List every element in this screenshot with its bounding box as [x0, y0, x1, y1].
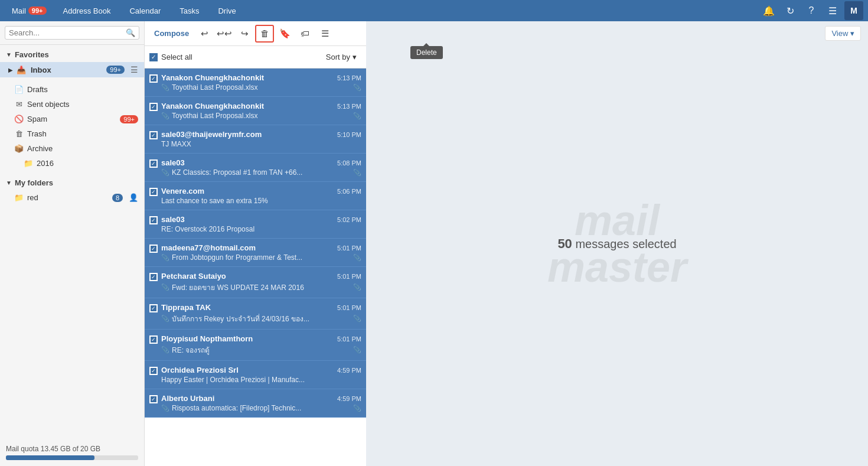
- email-time: 4:59 PM: [337, 367, 361, 374]
- toolbar: Compose ↩ ↩↩ ↪ 🗑 🔖 🏷 ☰ Delete: [145, 21, 366, 46]
- reply-all-button[interactable]: ↩↩: [215, 25, 234, 43]
- top-navigation: Mail 99+ Address Book Calendar Tasks Dri…: [0, 0, 868, 21]
- attachment-icon: 📎: [161, 169, 169, 177]
- email-item[interactable]: ✓Alberto Urbani4:59 PM📎Risposta automati…: [145, 389, 366, 418]
- email-checkbox[interactable]: ✓: [149, 131, 158, 139]
- refresh-icon[interactable]: ↻: [781, 1, 800, 20]
- forward-button[interactable]: ↪: [235, 25, 254, 43]
- email-content: sale035:08 PM📎KZ Classics: Proposal #1 f…: [161, 158, 361, 177]
- email-time: 5:01 PM: [337, 304, 361, 311]
- select-all-control[interactable]: ✓ Select all: [149, 53, 192, 61]
- favorites-header[interactable]: ▼ Favorites: [0, 47, 144, 62]
- sent-label: Sent objects: [27, 100, 138, 109]
- email-subject: Fwd: ยอดขาย WS UPDATE 24 MAR 2016: [172, 282, 351, 293]
- sidebar-item-spam[interactable]: 🚫 Spam 99+: [0, 112, 144, 126]
- sidebar-item-drafts[interactable]: 📄 Drafts: [0, 82, 144, 97]
- sort-button[interactable]: Sort by ▾: [321, 50, 361, 64]
- email-content: Yanakon Chuengkhachonkit5:13 PM📎Toyothai…: [161, 73, 361, 92]
- email-checkbox[interactable]: ✓: [149, 335, 158, 344]
- email-item[interactable]: ✓Yanakon Chuengkhachonkit5:13 PM📎Toyotha…: [145, 97, 366, 125]
- email-checkbox[interactable]: ✓: [149, 395, 158, 403]
- email-time: 5:02 PM: [337, 216, 361, 223]
- email-checkbox[interactable]: ✓: [149, 188, 158, 196]
- quota-title: Mail quota: [6, 445, 38, 453]
- sidebar-item-trash[interactable]: 🗑 Trash: [0, 126, 144, 141]
- select-all-checkbox[interactable]: ✓: [149, 53, 158, 61]
- email-sender: madeena77@hotmail.com: [161, 243, 256, 252]
- drafts-icon: 📄: [14, 85, 24, 94]
- nav-calendar[interactable]: Calendar: [120, 0, 170, 21]
- email-content: Ploypisud Nopthamthorn5:01 PM📎RE: จองรถด…: [161, 334, 361, 356]
- nav-mail[interactable]: Mail 99+: [5, 0, 54, 21]
- sidebar-item-archive[interactable]: 📦 Archive: [0, 141, 144, 156]
- red-folder-icon: 📁: [14, 193, 24, 202]
- nav-tasks[interactable]: Tasks: [170, 0, 208, 21]
- email-checkbox[interactable]: ✓: [149, 216, 158, 224]
- email-checkbox[interactable]: ✓: [149, 74, 158, 83]
- reply-button[interactable]: ↩: [195, 25, 214, 43]
- email-checkbox[interactable]: ✓: [149, 304, 158, 312]
- email-content: Petcharat Sutaiyo5:01 PM📎Fwd: ยอดขาย WS …: [161, 272, 361, 293]
- spam-badge: 99+: [120, 115, 138, 123]
- selected-message: 50 messages selected: [557, 236, 676, 252]
- email-item[interactable]: ✓Yanakon Chuengkhachonkit5:13 PM📎Toyotha…: [145, 69, 366, 97]
- email-item[interactable]: ✓sale035:08 PM📎KZ Classics: Proposal #1 …: [145, 154, 366, 182]
- drafts-label: Drafts: [27, 85, 138, 94]
- help-icon[interactable]: ?: [802, 1, 821, 20]
- search-bar: 🔍: [0, 21, 144, 45]
- email-content: Alberto Urbani4:59 PM📎Risposta automatic…: [161, 394, 361, 412]
- mail-badge: 99+: [28, 6, 47, 15]
- nav-right: 🔔 ↻ ? ☰ M: [759, 1, 863, 20]
- email-item[interactable]: ✓Tipprapa TAK5:01 PM📎บันทึกการ Rekey ประ…: [145, 298, 366, 330]
- notifications-icon[interactable]: 🔔: [759, 1, 778, 20]
- avatar[interactable]: M: [844, 1, 863, 20]
- compose-button[interactable]: Compose: [149, 25, 194, 43]
- view-button[interactable]: View ▾: [825, 26, 861, 41]
- email-sender: sale03: [161, 158, 185, 167]
- email-time: 5:01 PM: [337, 245, 361, 252]
- archive-2016-label: 2016: [37, 159, 54, 168]
- email-checkbox[interactable]: ✓: [149, 245, 158, 253]
- email-item[interactable]: ✓Venere.com5:06 PMLast chance to save an…: [145, 182, 366, 210]
- email-checkbox[interactable]: ✓: [149, 273, 158, 281]
- email-item[interactable]: ✓sale03@thaijewelrymfr.com5:10 PMTJ MAXX: [145, 125, 366, 154]
- email-checkbox[interactable]: ✓: [149, 159, 158, 168]
- my-folders-label: My folders: [15, 178, 53, 187]
- folder-icon: 📁: [24, 159, 33, 168]
- search-icon[interactable]: 🔍: [126, 28, 135, 37]
- email-sender: Venere.com: [161, 187, 204, 195]
- email-item[interactable]: ✓madeena77@hotmail.com5:01 PM📎From Jobto…: [145, 239, 366, 267]
- email-item[interactable]: ✓Ploypisud Nopthamthorn5:01 PM📎RE: จองรถ…: [145, 330, 366, 361]
- attachment-clip-icon: 📎: [353, 169, 361, 177]
- sidebar-item-inbox[interactable]: ▶ 📥 Inbox 99+ ☰: [0, 62, 144, 77]
- content-area: mail master 50 messages selected View ▾: [366, 21, 868, 466]
- red-badge: 8: [112, 194, 123, 202]
- email-time: 5:06 PM: [337, 188, 361, 195]
- email-item[interactable]: ✓Orchidea Preziosi Srl4:59 PMHappy Easte…: [145, 361, 366, 389]
- menu-icon[interactable]: ☰: [823, 1, 842, 20]
- trash-icon: 🗑: [14, 129, 24, 138]
- email-item[interactable]: ✓sale035:02 PMRE: Overstock 2016 Proposa…: [145, 210, 366, 239]
- delete-button[interactable]: 🗑: [255, 25, 274, 43]
- inbox-menu-icon[interactable]: ☰: [130, 65, 138, 74]
- nav-drive[interactable]: Drive: [208, 0, 245, 21]
- email-subject: From Jobtopgun for Programmer & Test...: [172, 253, 351, 262]
- email-item[interactable]: ✓Petcharat Sutaiyo5:01 PM📎Fwd: ยอดขาย WS…: [145, 267, 366, 298]
- sidebar-item-red[interactable]: 📁 red 8 👤: [0, 190, 144, 205]
- sidebar-item-2016[interactable]: 📁 2016: [0, 156, 144, 171]
- add-person-icon[interactable]: 👤: [129, 193, 138, 202]
- flag-button[interactable]: 🔖: [275, 25, 294, 43]
- favorites-arrow: ▼: [6, 51, 12, 58]
- search-input[interactable]: [9, 28, 126, 37]
- my-folders-header[interactable]: ▼ My folders: [0, 175, 144, 190]
- inbox-label: Inbox: [31, 66, 104, 74]
- email-subject: RE: Overstock 2016 Proposal: [161, 225, 361, 233]
- label-button[interactable]: 🏷: [295, 25, 314, 43]
- attachment-icon: 📎: [161, 346, 169, 354]
- email-checkbox[interactable]: ✓: [149, 103, 158, 111]
- sidebar-item-sent[interactable]: ✉ Sent objects: [0, 97, 144, 112]
- email-time: 5:13 PM: [337, 103, 361, 110]
- nav-address-book[interactable]: Address Book: [54, 0, 120, 21]
- email-checkbox[interactable]: ✓: [149, 367, 158, 375]
- more-button[interactable]: ☰: [315, 25, 334, 43]
